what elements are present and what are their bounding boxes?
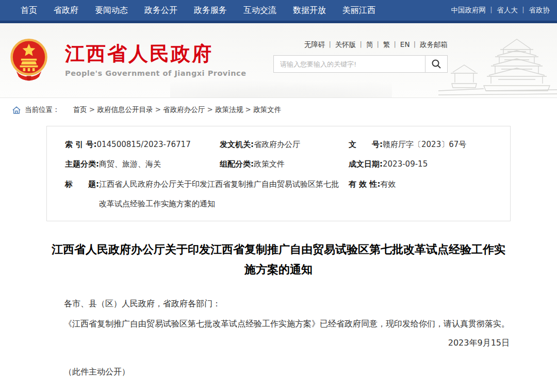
group-label: 组配分类: [220,154,254,174]
metadata-title: 标 题: 江西省人民政府办公厅关于印发江西省复制推广自由贸易试验区第七批改革试点… [65,174,349,214]
breadcrumb-item[interactable]: 首页 [73,105,97,115]
pavilion-sketch-art [438,33,557,97]
written-date-label: 成文日期: [349,154,383,174]
gov-site-link[interactable]: 省政协 [529,6,550,15]
metadata-validity: 有 效 性: 有效 [349,174,495,214]
validity-label: 有 效 性: [349,174,380,194]
written-date-value: 2023-09-15 [383,154,428,174]
nav-item[interactable]: 政务公开 [144,5,177,16]
nav-item[interactable]: 要闻动态 [95,5,128,16]
main-content: 索 引 号: 014500815/2023-76717 发文机关: 省政府办公厅… [46,126,511,392]
top-nav-bar: 首页省政府要闻动态政务公开政务服务互动交流数据开放美丽江西 中国政府网省人大省政… [0,0,557,23]
search-button[interactable] [425,56,447,72]
agency-value: 省政府办公厅 [254,135,300,154]
nav-item[interactable]: 政务服务 [194,5,227,16]
paragraph: 《江西省复制推广自由贸易试验区第七批改革试点经验工作实施方案》已经省政府同意，现… [46,316,511,332]
breadcrumb: 当前位置： 首页政府信息公开目录省政府办公厅政策法规政策文件 [0,98,557,120]
breadcrumb-item[interactable]: 政策文件 [253,105,281,115]
breadcrumb-trail: 首页政府信息公开目录省政府办公厅政策法规政策文件 [73,105,282,115]
nav-item[interactable]: 首页 [21,5,37,16]
metadata-row: 标 题: 江西省人民政府办公厅关于印发江西省复制推广自由贸易试验区第七批改革试点… [65,174,495,214]
doc-title-value: 江西省人民政府办公厅关于印发江西省复制推广自由贸易试验区第七批改革试点经验工作实… [99,174,342,214]
breadcrumb-item[interactable]: 政府信息公开目录 [97,105,163,115]
metadata-row: 主题分类: 商贸、旅游、海关 组配分类: 政策文件 成文日期: 2023-09-… [65,154,495,174]
header-right-panel: 无障碍关怀版简繁EN政务邮箱 [273,40,448,73]
home-icon [12,106,21,114]
document-metadata-table: 索 引 号: 014500815/2023-76717 发文机关: 省政府办公厅… [46,126,511,221]
nav-item[interactable]: 数据开放 [293,5,326,16]
doc-number-label: 文 号: [349,135,383,154]
top-nav-items: 首页省政府要闻动态政务公开政务服务互动交流数据开放美丽江西 [21,5,375,16]
nav-item[interactable]: 省政府 [54,5,78,16]
site-logo[interactable]: 江西省人民政府 People's Government of Jiangxi P… [9,38,247,82]
disclosure-note: （此件主动公开） [46,364,511,380]
nav-item[interactable]: 互动交流 [243,5,276,16]
metadata-topic: 主题分类: 商贸、旅游、海关 [65,154,220,174]
national-emblem-icon [9,38,48,82]
quick-link[interactable]: 繁 [383,40,400,50]
metadata-date: 成文日期: 2023-09-15 [349,154,495,174]
topic-label: 主题分类: [65,154,99,174]
quick-link[interactable]: 政务邮箱 [420,40,448,50]
doc-number-value: 赣府厅字〔2023〕67号 [383,135,466,154]
agency-label: 发文机关: [220,135,254,154]
quick-link[interactable]: 简 [366,40,383,50]
quick-link[interactable]: EN [400,40,420,50]
group-value: 政策文件 [254,154,285,174]
quick-link[interactable]: 关怀版 [335,40,366,50]
breadcrumb-item[interactable]: 省政府办公厅 [163,105,215,115]
quick-link[interactable]: 无障碍 [304,40,335,50]
nav-item[interactable]: 美丽江西 [342,5,375,16]
gov-site-link[interactable]: 省人大 [497,6,529,15]
breadcrumb-item[interactable]: 政策法规 [215,105,253,115]
metadata-index: 索 引 号: 014500815/2023-76717 [65,135,220,154]
search-box [273,55,448,73]
index-label: 索 引 号: [65,135,96,154]
metadata-row: 索 引 号: 014500815/2023-76717 发文机关: 省政府办公厅… [65,135,495,154]
metadata-group: 组配分类: 政策文件 [220,154,349,174]
metadata-doc-number: 文 号: 赣府厅字〔2023〕67号 [349,135,495,154]
site-title-block: 江西省人民政府 People's Government of Jiangxi P… [65,42,247,77]
topic-value: 商贸、旅游、海关 [99,154,161,174]
site-title-en: People's Government of Jiangxi Province [65,69,247,77]
search-icon [431,59,441,69]
document-title: 江西省人民政府办公厅关于印发江西省复制推广自由贸易试验区第七批改革试点经验工作实… [46,240,511,280]
document-body: 各市、县（区）人民政府，省政府各部门： 《江西省复制推广自由贸易试验区第七批改革… [46,296,511,392]
search-input[interactable] [274,56,425,72]
top-nav-gov-links: 中国政府网省人大省政协 [451,6,550,15]
gov-site-link[interactable]: 中国政府网 [451,6,497,15]
quick-links: 无障碍关怀版简繁EN政务邮箱 [273,40,448,50]
salutation: 各市、县（区）人民政府，省政府各部门： [46,296,511,312]
doc-title-label: 标 题: [65,174,99,194]
breadcrumb-label: 当前位置： [25,105,60,115]
index-value: 014500815/2023-76717 [96,135,190,154]
site-header: 江西省人民政府 People's Government of Jiangxi P… [0,23,557,98]
validity-value: 有效 [380,174,396,194]
document-date: 2023年9月15日 [46,335,511,351]
metadata-agency: 发文机关: 省政府办公厅 [220,135,349,154]
site-title: 江西省人民政府 [65,42,247,66]
